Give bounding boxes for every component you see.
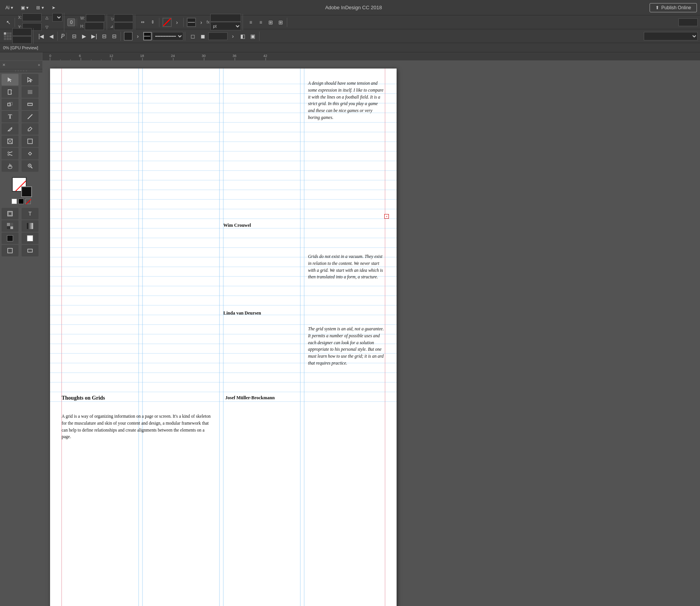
dist2-btn[interactable]: ⊟ <box>100 32 109 41</box>
publish-online-button[interactable]: ⬆ Publish Online <box>650 3 697 12</box>
align-left-btn[interactable]: ≡ <box>246 18 255 27</box>
menu-item-view[interactable]: ⊞ ▾ <box>34 4 46 11</box>
menu-item-arrow[interactable]: ➤ <box>49 4 58 11</box>
quote3-author: Josef Müller-Brockmann <box>225 395 302 401</box>
quote1-author: Wim Crouwel <box>223 223 300 228</box>
overflow-indicator-1[interactable]: + <box>384 214 389 219</box>
svg-marker-21 <box>28 77 32 82</box>
p-icon: P <box>61 33 65 40</box>
type-tool-btn[interactable]: T <box>2 111 18 122</box>
panel-collapse-btn[interactable]: » <box>38 63 40 67</box>
selection-tool-btn[interactable] <box>2 74 18 85</box>
view1-btn[interactable]: ◧ <box>238 32 248 41</box>
drag-dots: • • • • • <box>15 69 27 72</box>
zoom-input[interactable]: 100% <box>208 32 228 40</box>
fill-swatch[interactable] <box>124 32 132 40</box>
dist3-btn[interactable]: ⊟ <box>110 32 119 41</box>
measure-tool-btn[interactable] <box>22 99 39 110</box>
rotation-icon: △ <box>109 15 114 20</box>
none-swatch[interactable] <box>25 199 31 204</box>
rotate-group: △ ⊿ <box>109 14 135 30</box>
black-swatch[interactable] <box>18 199 24 204</box>
svg-line-42 <box>9 152 12 153</box>
rotation-input[interactable] <box>114 14 133 22</box>
align-center-btn[interactable]: ≡ <box>256 18 265 27</box>
line-tool-btn[interactable] <box>22 111 39 122</box>
zoom-out-btn[interactable]: ◻ <box>188 32 198 41</box>
next-page-btn[interactable]: ▶ <box>80 32 89 41</box>
gap-tool-btn[interactable] <box>22 86 39 98</box>
white-btn[interactable] <box>22 233 39 244</box>
page-heading: Thoughts on Grids <box>62 395 216 401</box>
fill-stroke-group: › ━━━━━━━━ <box>122 32 185 41</box>
svg-line-35 <box>30 129 32 131</box>
flip-v-btn[interactable]: ▽ <box>42 22 52 32</box>
stroke-weight-input[interactable]: 1 pt <box>210 14 241 22</box>
menu-item-ai[interactable]: Ai ▾ <box>3 4 15 11</box>
tb2-x-input[interactable] <box>12 28 32 36</box>
empty-btn1[interactable] <box>2 245 18 256</box>
p-icon-group: P <box>59 33 67 40</box>
scale-tool-btn[interactable] <box>2 99 18 110</box>
menu-item-layout[interactable]: ▣ ▾ <box>18 4 31 11</box>
col-align2-btn[interactable]: ⊞ <box>276 18 285 27</box>
transform-select[interactable] <box>52 13 62 22</box>
flip-h-btn[interactable]: △ <box>42 13 52 22</box>
next-spread-btn[interactable]: ▶| <box>90 32 99 41</box>
svg-text:18: 18 <box>140 54 144 58</box>
flip-v-button[interactable]: ⇕ <box>148 18 157 27</box>
rectangle-tool-btn[interactable] <box>22 136 39 147</box>
align-group: ≡ ≡ ⊞ ⊞ <box>244 18 287 27</box>
stroke-style-select[interactable]: ━━━━━━━━ <box>152 32 183 40</box>
pointer-tool-tb[interactable]: ↖ <box>4 18 13 27</box>
eraser-tool-btn[interactable] <box>22 123 39 135</box>
zoom-tool-btn[interactable] <box>22 160 39 172</box>
hand-tool-btn[interactable] <box>2 160 18 172</box>
tb2-ref-group <box>2 28 33 44</box>
w-input[interactable] <box>86 14 105 22</box>
fill-color-swatch[interactable] <box>21 186 32 197</box>
flip-h-button[interactable]: ⇔ <box>138 18 147 27</box>
view2-btn[interactable]: ▣ <box>248 32 258 41</box>
page-tool-btn[interactable] <box>2 86 18 98</box>
stroke-more2-btn[interactable]: › <box>197 18 206 27</box>
zoom-in-btn[interactable]: ◼ <box>198 32 208 41</box>
zoom-arrow-btn[interactable]: › <box>228 32 238 41</box>
cursor-group: ↖ <box>2 18 15 27</box>
swatch-tool-btn[interactable] <box>2 220 18 232</box>
text-frame-tool-btn[interactable]: T <box>22 208 39 219</box>
dist1-btn[interactable]: ⊟ <box>70 32 79 41</box>
svg-text:12: 12 <box>109 54 113 58</box>
col-align-btn[interactable]: ⊞ <box>266 18 275 27</box>
stroke-more-btn[interactable]: › <box>172 18 182 27</box>
transform-tool-btn[interactable] <box>22 148 39 159</box>
h-input[interactable] <box>85 22 104 30</box>
empty-btn2[interactable] <box>22 245 39 256</box>
prev-spread-btn[interactable]: |◀ <box>37 32 46 41</box>
prev-page-btn[interactable]: ◀ <box>47 32 56 41</box>
stroke-unit-select[interactable]: pt <box>210 22 241 30</box>
shear-input[interactable] <box>114 22 133 30</box>
menu-bar: Ai ▾ ▣ ▾ ⊞ ▾ ➤ Adobe InDesign CC 2018 ⬆ … <box>0 0 700 15</box>
gradient-tool-btn[interactable] <box>22 220 39 232</box>
app-title: Adobe InDesign CC 2018 <box>61 5 646 10</box>
rectangle-frame-tool-btn[interactable] <box>2 136 18 147</box>
frame-tool-btn[interactable] <box>2 208 18 219</box>
direct-select-tool-btn[interactable] <box>22 74 39 85</box>
quote2-author: Linda van Deursen <box>223 310 300 316</box>
panel-drag-handle[interactable]: • • • • • <box>0 69 42 72</box>
style-select[interactable] <box>644 32 698 40</box>
toolbar-row1: ↖ X: △ Y: ▽ 0 W: <box>0 15 700 29</box>
scissors-tool-btn[interactable] <box>2 148 18 159</box>
tb2-y-input[interactable] <box>12 36 32 44</box>
svg-text:24: 24 <box>171 54 175 58</box>
black-btn[interactable] <box>2 233 18 244</box>
page-input[interactable]: 1p0 <box>678 18 698 26</box>
panel-close-btn[interactable]: ✕ <box>2 63 5 67</box>
pencil-tool-btn[interactable] <box>2 123 18 135</box>
white-swatch[interactable] <box>12 199 17 204</box>
x-input[interactable] <box>22 13 42 21</box>
stroke-color-swatch[interactable] <box>143 32 152 40</box>
svg-line-43 <box>9 154 12 156</box>
color-more-btn[interactable]: › <box>133 32 142 41</box>
